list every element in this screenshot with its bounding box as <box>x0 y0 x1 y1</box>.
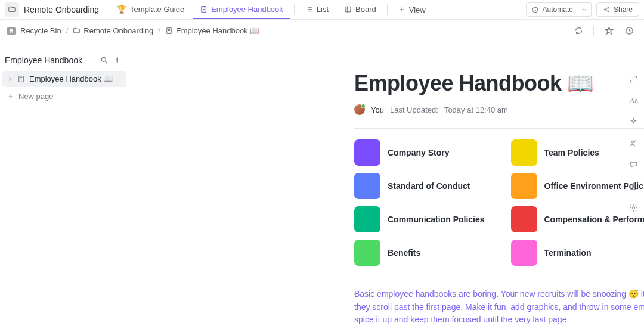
author-name: You <box>371 106 384 114</box>
body-paragraph[interactable]: ⋮⋮ Basic employee handbooks are boring. … <box>354 288 644 327</box>
card-color-square <box>354 206 380 232</box>
card-color-square <box>354 240 380 266</box>
card-color-square <box>511 139 537 166</box>
sidebar-item-handbook[interactable]: Employee Handbook 📖 <box>2 71 126 87</box>
breadcrumb-item-current[interactable]: Employee Handbook 📖 <box>165 26 259 35</box>
card-company-story[interactable]: Company Story <box>354 139 494 166</box>
card-color-square <box>511 173 537 199</box>
breadcrumb: R Recycle Bin / Remote Onboarding / Empl… <box>0 20 644 42</box>
tab-template-guide[interactable]: 🏆 Template Guide <box>110 0 191 19</box>
tab-board[interactable]: Board <box>337 0 383 19</box>
card-title: Standard of Conduct <box>388 181 470 191</box>
top-bar: Remote Onboarding 🏆 Template Guide Emplo… <box>0 0 644 20</box>
share-label: Share <box>614 5 633 14</box>
updated-label: Last Updated: <box>390 106 438 114</box>
plus-icon <box>7 93 14 100</box>
breadcrumb-separator: / <box>66 26 69 35</box>
card-title: Benefits <box>388 248 420 257</box>
sparkle-icon <box>629 117 638 126</box>
folder-icon <box>8 5 16 14</box>
divider <box>354 128 644 129</box>
drag-handle-icon[interactable]: ⋮⋮ <box>346 290 357 300</box>
separator <box>593 26 594 36</box>
svg-point-11 <box>634 141 636 142</box>
right-rail: Aa <box>623 42 644 332</box>
share-button[interactable] <box>628 138 639 148</box>
collapse-icon[interactable] <box>114 56 123 64</box>
card-title: Company Story <box>388 148 449 157</box>
card-communication-policies[interactable]: Communication Policies <box>354 206 494 232</box>
expand-icon <box>629 75 638 83</box>
sidebar-new-page[interactable]: New page <box>0 88 129 104</box>
breadcrumb-label: Recycle Bin <box>20 26 61 35</box>
card-color-square <box>354 139 380 166</box>
refresh-icon <box>574 26 583 35</box>
breadcrumb-item[interactable]: Recycle Bin <box>20 26 61 35</box>
svg-point-12 <box>633 206 635 209</box>
gear-icon <box>629 203 638 212</box>
tab-label: List <box>317 5 329 14</box>
typography-button[interactable]: Aa <box>628 95 639 106</box>
star-icon <box>605 26 614 35</box>
breadcrumb-separator: / <box>158 26 160 35</box>
view-label: View <box>409 5 426 14</box>
share-button[interactable]: Share <box>596 2 639 17</box>
card-color-square <box>511 240 537 266</box>
folder-button[interactable] <box>5 2 19 17</box>
card-standard-of-conduct[interactable]: Standard of Conduct <box>354 173 494 199</box>
card-title: Communication Policies <box>388 215 485 224</box>
meta-row: You Last Updated: Today at 12:40 am <box>354 104 644 115</box>
folder-icon <box>73 27 80 35</box>
tab-label: Board <box>355 5 376 14</box>
svg-point-5 <box>608 11 609 12</box>
list-icon <box>305 5 313 13</box>
doc-icon <box>200 5 208 13</box>
card-title: Termination <box>544 248 592 257</box>
history-button[interactable] <box>621 23 637 39</box>
card-color-square <box>354 173 380 199</box>
automate-dropdown[interactable] <box>578 2 592 17</box>
refresh-button[interactable] <box>571 23 586 39</box>
top-tabs: 🏆 Template Guide Employee Handbook List … <box>110 0 433 19</box>
avatar[interactable] <box>354 104 365 115</box>
automate-icon <box>531 6 539 14</box>
new-page-label: New page <box>18 92 54 101</box>
workspace-name[interactable]: Remote Onboarding <box>24 5 99 14</box>
search-icon[interactable] <box>100 56 109 64</box>
doc-icon <box>17 75 25 83</box>
tab-list[interactable]: List <box>298 0 336 19</box>
breadcrumb-label: Employee Handbook 📖 <box>176 26 259 35</box>
clock-icon <box>625 26 634 35</box>
main-content: Employee Handbook 📖 You Last Updated: To… <box>129 42 644 332</box>
link-icon <box>629 182 638 191</box>
chevron-down-icon <box>581 7 587 13</box>
comments-button[interactable] <box>628 159 639 170</box>
svg-point-8 <box>101 57 106 61</box>
automate-button[interactable]: Automate <box>526 2 578 17</box>
plus-icon <box>398 6 405 13</box>
body-text: Basic employee handbooks are boring. You… <box>354 289 644 324</box>
automate-label: Automate <box>543 5 573 14</box>
page-title[interactable]: Employee Handbook 📖 <box>354 71 644 96</box>
breadcrumb-badge[interactable]: R <box>7 27 16 35</box>
svg-point-3 <box>604 9 605 10</box>
tab-separator <box>387 4 388 15</box>
svg-point-10 <box>631 141 634 143</box>
automate-group: Automate <box>526 2 592 17</box>
star-button[interactable] <box>601 23 617 39</box>
sidebar-title: Employee Handbook <box>5 55 82 65</box>
tab-employee-handbook[interactable]: Employee Handbook <box>193 0 290 19</box>
svg-point-4 <box>608 7 609 8</box>
card-benefits[interactable]: Benefits <box>354 240 494 266</box>
link-button[interactable] <box>628 181 639 191</box>
card-grid: Company StoryTeam PoliciesStandard of Co… <box>354 139 644 266</box>
card-title: Team Policies <box>544 148 599 157</box>
view-button[interactable]: View <box>391 5 433 14</box>
breadcrumb-item[interactable]: Remote Onboarding <box>73 26 153 35</box>
divider <box>354 277 644 277</box>
chevron-right-icon <box>7 76 13 82</box>
expand-button[interactable] <box>628 73 639 84</box>
people-icon <box>629 139 638 148</box>
ai-button[interactable] <box>628 116 639 127</box>
settings-button[interactable] <box>628 202 639 213</box>
